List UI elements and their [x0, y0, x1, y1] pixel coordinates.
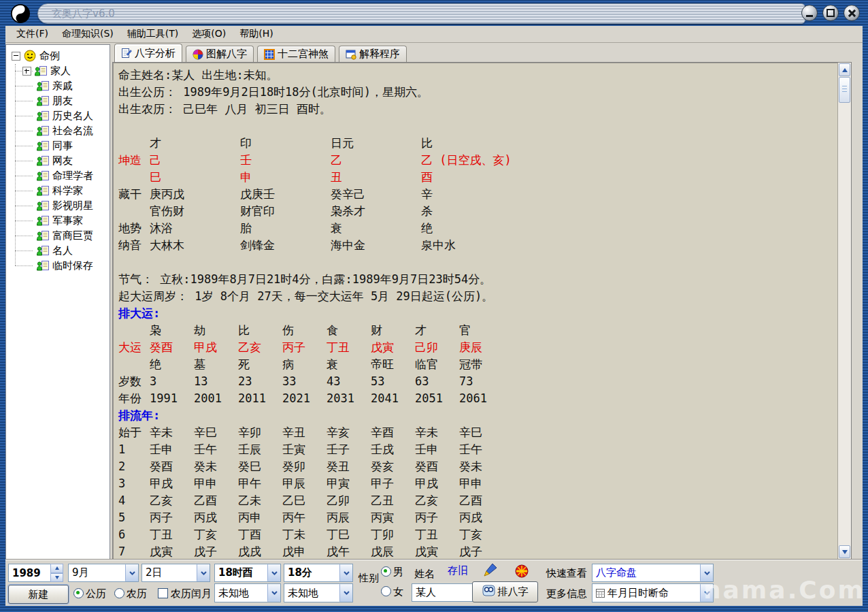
tree-item-2[interactable]: 亲戚	[6, 78, 110, 93]
radio-icon	[381, 586, 391, 596]
arrow-up-icon	[842, 68, 848, 72]
more-info-select[interactable]: 年月日时断命	[592, 583, 714, 602]
analysis-line: 出生公历： 1989年9月2日18时18分(北京时间)，星期六。	[118, 84, 837, 101]
vertical-scrollbar[interactable]	[837, 63, 851, 559]
analysis-line: 1壬申壬午壬辰壬寅壬子壬戌壬申壬午	[118, 441, 837, 458]
tree-root-mingli[interactable]: 命例	[6, 48, 110, 63]
analysis-line: 起大运周岁： 1岁 8个月 27天，每一交大运年 5月 29日起运(公历)。	[118, 288, 837, 305]
spin-down-button[interactable]	[50, 573, 63, 583]
tab-1[interactable]: 八字分析	[114, 44, 182, 62]
name-label: 姓名	[414, 568, 435, 581]
chevron-down-icon[interactable]	[125, 564, 138, 581]
menu-item-2[interactable]: 命理知识(S)	[55, 27, 120, 42]
gender-male-radio[interactable]: 男	[381, 566, 403, 579]
tree-item-14[interactable]: 临时保存	[6, 258, 110, 273]
lunar-calendar-radio[interactable]: 农历	[114, 587, 147, 600]
name-input[interactable]: 某人	[412, 583, 478, 602]
checkbox-icon	[158, 588, 168, 598]
chevron-down-icon[interactable]	[700, 564, 713, 581]
day-select[interactable]: 2日	[141, 564, 210, 582]
chevron-down-icon[interactable]	[339, 584, 352, 602]
scroll-down-button[interactable]	[839, 545, 850, 558]
paipan-button[interactable]: 排八字	[472, 581, 538, 602]
gender-label: 性别	[358, 572, 379, 585]
tree-item-10[interactable]: 影视明星	[6, 198, 110, 213]
window-controls	[801, 5, 860, 21]
analysis-line: 出生农历： 己巳年 八月 初三日 酉时。	[118, 101, 837, 118]
person-doc-icon	[36, 215, 50, 227]
menu-item-5[interactable]: 帮助(H)	[233, 27, 280, 42]
solar-label: 公历	[86, 587, 106, 600]
minimize-button[interactable]	[801, 5, 818, 21]
tab-4[interactable]: 解释程序	[339, 46, 407, 62]
tab-2[interactable]: 图解八字	[186, 46, 254, 62]
tree-item-4[interactable]: 历史名人	[6, 108, 110, 123]
yinyang-logo-icon	[11, 4, 30, 23]
calendar-icon	[596, 588, 605, 598]
new-button[interactable]: 新建	[8, 585, 69, 604]
analysis-line: 3甲戌甲申甲午甲辰甲寅甲子甲戌甲申	[118, 475, 837, 492]
chevron-down-icon[interactable]	[197, 564, 210, 581]
tree-item-11[interactable]: 军事家	[6, 213, 110, 228]
month-select[interactable]: 9月	[68, 564, 139, 582]
tree-item-12[interactable]: 富商巨贾	[6, 228, 110, 243]
current-place-select[interactable]: 未知地	[284, 583, 353, 602]
person-doc-icon	[36, 95, 50, 107]
chevron-down-icon[interactable]	[267, 584, 280, 602]
tab-bar: 八字分析图解八字十二宫神煞解释程序	[112, 44, 852, 62]
year-input[interactable]: 1989	[8, 564, 54, 582]
tree-item-13[interactable]: 名人	[6, 243, 110, 258]
wheel-stop-icon[interactable]	[515, 564, 529, 581]
menu-item-3[interactable]: 辅助工具(T)	[120, 27, 185, 42]
hour-select[interactable]: 18时酉	[214, 564, 281, 582]
tree-item-3[interactable]: 朋友	[6, 93, 110, 108]
tree-item-label: 朋友	[52, 95, 73, 108]
more-info-value: 年月日时断命	[607, 587, 669, 600]
tree-item-9[interactable]: 科学家	[6, 183, 110, 198]
analysis-panel: 命主姓名:某人 出生地:未知。出生公历： 1989年9月2日18时18分(北京时…	[112, 62, 852, 560]
month-value: 9月	[72, 566, 89, 579]
tab-3[interactable]: 十二宫神煞	[257, 46, 335, 62]
collapse-icon[interactable]	[12, 52, 20, 61]
tree-item-7[interactable]: 网友	[6, 153, 110, 168]
tree-item-label: 社会名流	[52, 125, 93, 138]
menu-item-1[interactable]: 文件(F)	[10, 27, 55, 42]
tree-item-label: 同事	[52, 140, 73, 152]
close-button[interactable]	[844, 5, 860, 21]
quick-view-select[interactable]: 八字命盘	[592, 564, 714, 582]
minimize-icon	[806, 15, 813, 17]
birthplace-select[interactable]: 未知地	[214, 583, 281, 602]
scroll-up-button[interactable]	[839, 63, 850, 76]
tree-item-label: 军事家	[52, 214, 83, 227]
tab-label: 八字分析	[135, 47, 176, 60]
male-label: 男	[393, 566, 403, 578]
brush-icon[interactable]	[483, 562, 498, 581]
scrollbar-thumb[interactable]	[839, 77, 850, 103]
menu-item-4[interactable]: 选项(O)	[185, 27, 233, 42]
person-doc-icon	[36, 245, 50, 257]
tree-item-5[interactable]: 社会名流	[6, 123, 110, 138]
window-title: 玄奥八字v6.0	[38, 4, 115, 20]
tree-item-8[interactable]: 命理学者	[6, 168, 110, 183]
name-value: 某人	[416, 586, 436, 599]
gender-female-radio[interactable]: 女	[381, 585, 403, 598]
tree-item-label: 临时保存	[52, 259, 93, 272]
analysis-line: 枭劫比伤食财才官	[118, 322, 837, 339]
tree-item-1[interactable]: 家人	[6, 63, 110, 78]
maximize-button[interactable]	[822, 5, 839, 21]
current-place-value: 未知地	[288, 587, 318, 600]
new-button-label: 新建	[29, 588, 49, 601]
minute-select[interactable]: 18分	[284, 564, 353, 582]
abacus-face-icon	[482, 585, 495, 599]
person-doc-icon	[36, 80, 50, 92]
chevron-down-icon[interactable]	[700, 584, 713, 602]
expand-icon[interactable]	[22, 67, 31, 76]
spin-up-button[interactable]	[50, 564, 63, 573]
chevron-down-icon[interactable]	[339, 564, 352, 581]
tree-item-6[interactable]: 同事	[6, 138, 110, 153]
tree-item-label: 亲戚	[52, 80, 73, 93]
solar-calendar-radio[interactable]: 公历	[73, 587, 106, 600]
chevron-down-icon[interactable]	[267, 564, 280, 581]
leap-month-checkbox[interactable]: 农历闰月	[158, 587, 212, 600]
save-old-link[interactable]: 存旧	[448, 564, 468, 577]
